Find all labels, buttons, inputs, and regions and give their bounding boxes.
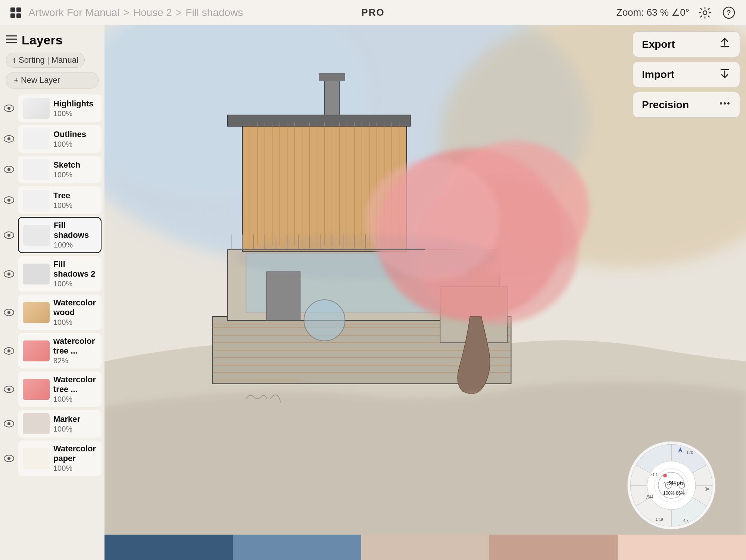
svg-rect-42: [228, 115, 411, 126]
eye-toggle[interactable]: [0, 133, 18, 145]
eye-toggle[interactable]: [0, 268, 18, 280]
layer-card[interactable]: Outlines100%: [18, 125, 102, 153]
layer-name: Watercolor tree ...: [53, 375, 97, 394]
layer-row[interactable]: Outlines100%: [0, 124, 104, 154]
layer-name: watercolor tree ...: [53, 336, 97, 356]
sorting-bar: ↕ Sorting | Manual: [0, 51, 104, 71]
svg-point-77: [304, 300, 345, 341]
svg-text:81,1: 81,1: [650, 473, 658, 477]
layer-row[interactable]: Watercolor tree ...100%: [0, 370, 104, 408]
svg-text:,544: ,544: [646, 495, 653, 499]
layer-row[interactable]: Watercolor paper100%: [0, 439, 104, 477]
layer-card[interactable]: Sketch100%: [18, 156, 102, 183]
color-swatches: [104, 535, 746, 560]
layer-card[interactable]: Tree100%: [18, 186, 102, 214]
eye-toggle[interactable]: [0, 383, 18, 395]
svg-point-33: [724, 102, 726, 105]
layer-name: Tree: [53, 191, 72, 200]
svg-point-25: [7, 349, 10, 352]
color-swatch[interactable]: [361, 535, 490, 560]
breadcrumb-part3[interactable]: Fill shadows: [185, 7, 243, 19]
layer-row[interactable]: Sketch100%: [0, 154, 104, 185]
settings-icon[interactable]: [697, 4, 713, 21]
layer-card[interactable]: Watercolor paper100%: [18, 441, 102, 476]
color-swatch[interactable]: [233, 535, 361, 560]
layer-card[interactable]: Watercolor wood100%: [18, 295, 102, 330]
layer-card[interactable]: watercolor tree ...82%: [18, 333, 102, 368]
eye-toggle[interactable]: [0, 345, 18, 357]
color-swatch[interactable]: [618, 535, 746, 560]
header: Artwork For Manual > House 2 > Fill shad…: [0, 0, 746, 25]
svg-point-32: [720, 102, 722, 105]
layer-opacity: 100%: [53, 425, 80, 433]
new-layer-button[interactable]: + New Layer: [6, 72, 99, 88]
layer-thumbnail: [23, 264, 50, 284]
eye-toggle[interactable]: [0, 102, 18, 114]
svg-rect-43: [325, 78, 340, 115]
eye-icon: [3, 418, 15, 430]
layer-name: Highlights: [53, 99, 94, 109]
layer-thumbnail: [23, 190, 50, 211]
color-swatch[interactable]: [104, 535, 233, 560]
breadcrumb-part2[interactable]: House 2: [133, 7, 172, 19]
layer-card[interactable]: Fill shadows 2100%: [18, 256, 102, 292]
eye-icon: [3, 133, 15, 145]
layer-opacity: 100%: [53, 171, 80, 179]
layer-card[interactable]: Highlights100%: [18, 94, 102, 122]
layer-row[interactable]: Marker100%: [0, 408, 104, 439]
eye-icon: [3, 345, 15, 357]
export-icon: [719, 37, 731, 52]
svg-point-29: [7, 422, 10, 425]
eye-icon: [3, 452, 15, 464]
layer-info: Watercolor tree ...100%: [53, 375, 97, 404]
precision-wheel[interactable]: 120 81,1 ,544 14,9 4,2 ○ .544 pts 100% 8…: [627, 441, 716, 530]
layer-name: Sketch: [53, 160, 80, 170]
layer-info: Watercolor paper100%: [53, 444, 97, 473]
svg-rect-1: [16, 7, 21, 12]
layer-row[interactable]: Tree100%: [0, 185, 104, 215]
layer-row[interactable]: Watercolor wood100%: [0, 293, 104, 332]
svg-point-19: [7, 234, 10, 237]
layer-row[interactable]: watercolor tree ...82%: [0, 332, 104, 370]
layers-title: Layers: [22, 33, 63, 47]
layer-row[interactable]: Highlights100%: [0, 93, 104, 124]
svg-point-13: [7, 137, 10, 140]
svg-point-97: [235, 234, 496, 279]
help-icon[interactable]: ?: [721, 4, 737, 21]
zoom-info: Zoom: 63 % ∠0°: [617, 7, 689, 18]
layer-thumbnail: [23, 413, 50, 434]
eye-icon: [3, 268, 15, 280]
eye-toggle[interactable]: [0, 194, 18, 206]
eye-icon: [3, 164, 15, 175]
import-label: Import: [642, 69, 674, 81]
eye-toggle[interactable]: [0, 164, 18, 175]
svg-rect-3: [16, 13, 21, 18]
layer-name: Fill shadows 2: [53, 259, 97, 279]
eye-toggle[interactable]: [0, 418, 18, 430]
eye-toggle[interactable]: [0, 229, 18, 241]
grid-icon[interactable]: [9, 6, 22, 19]
import-button[interactable]: Import: [633, 62, 740, 87]
export-button[interactable]: Export: [633, 31, 740, 57]
breadcrumb-part1[interactable]: Artwork For Manual: [28, 7, 119, 19]
eye-icon: [3, 307, 15, 318]
eye-icon: [3, 229, 15, 241]
menu-icon[interactable]: [6, 34, 17, 46]
precision-icon: [719, 97, 731, 112]
eye-toggle[interactable]: [0, 452, 18, 464]
sorting-button[interactable]: ↕ Sorting | Manual: [6, 53, 85, 68]
layer-name: Watercolor wood: [53, 298, 97, 317]
layer-info: Watercolor wood100%: [53, 298, 97, 327]
layer-row[interactable]: Fill shadows 2100%: [0, 255, 104, 293]
layer-card[interactable]: Watercolor tree ...100%: [18, 371, 102, 407]
layer-info: Sketch100%: [53, 160, 80, 179]
layer-card[interactable]: Fill shadows100%: [18, 217, 102, 253]
eye-toggle[interactable]: [0, 307, 18, 318]
precision-button[interactable]: Precision: [633, 92, 740, 118]
color-swatch[interactable]: [489, 535, 618, 560]
layer-card[interactable]: Marker100%: [18, 410, 102, 438]
svg-point-21: [7, 273, 10, 276]
breadcrumb-sep1: >: [123, 7, 129, 19]
layer-row[interactable]: Fill shadows100%: [0, 215, 104, 255]
svg-rect-0: [10, 7, 15, 12]
